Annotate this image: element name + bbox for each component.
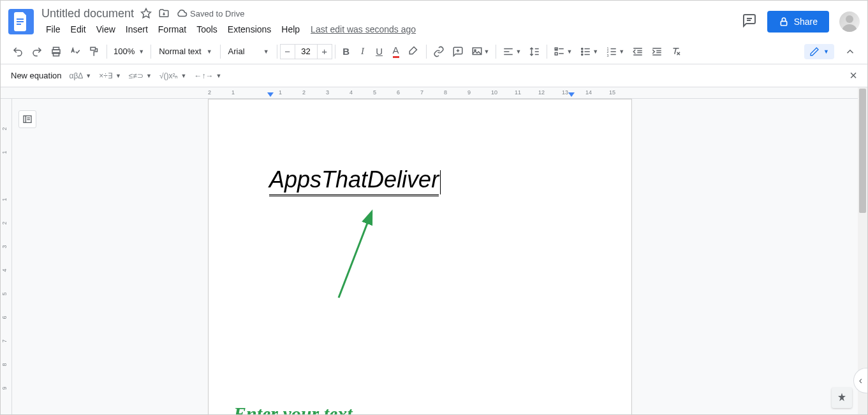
bullet-list-icon[interactable]: ▼	[576, 43, 602, 61]
equation-text[interactable]: AppsThatDeliver	[269, 166, 441, 194]
menu-edit[interactable]: Edit	[66, 22, 91, 37]
equation-toolbar: New equation αβΔ ▼ ×÷∃ ▼ ≤≠⊃ ▼ √()x²ₙ ▼ …	[1, 64, 867, 87]
font-size-input[interactable]: 32	[295, 44, 317, 59]
close-icon[interactable]: ×	[850, 68, 857, 83]
operators[interactable]: ×÷∃ ▼	[99, 71, 121, 80]
svg-line-52	[339, 215, 371, 298]
comments-icon[interactable]	[742, 13, 757, 31]
annotation-text: Enter your text	[233, 403, 353, 415]
cloud-status[interactable]: Saved to Drive	[176, 8, 244, 19]
svg-text:3: 3	[607, 53, 609, 57]
star-icon[interactable]	[140, 8, 152, 19]
scroll-thumb[interactable]	[859, 89, 866, 213]
share-button[interactable]: Share	[767, 11, 829, 33]
print-icon[interactable]	[47, 43, 66, 61]
numbered-list-icon[interactable]: 123▼	[602, 43, 628, 61]
vertical-ruler[interactable]: 21123456789	[1, 99, 12, 415]
menu-insert[interactable]: Insert	[121, 22, 152, 37]
link-icon[interactable]	[429, 43, 448, 61]
new-equation-button[interactable]: New equation	[11, 71, 62, 80]
font-select[interactable]: Arial▼	[223, 44, 274, 59]
greek-letters[interactable]: αβΔ ▼	[70, 71, 92, 80]
paragraph-style-select[interactable]: Normal text▼	[154, 44, 217, 59]
line-spacing-icon[interactable]	[525, 43, 544, 61]
indent-decrease-icon[interactable]	[628, 43, 647, 61]
svg-point-28	[582, 54, 583, 55]
spellcheck-icon[interactable]	[66, 43, 85, 61]
svg-rect-2	[17, 24, 21, 25]
toolbar: 100%▼ Normal text▼ Arial▼ − 32 + B I U A…	[1, 39, 867, 64]
text-cursor	[440, 170, 441, 194]
horizontal-ruler[interactable]: 21123456789101112131415	[1, 87, 867, 99]
font-size-decrease[interactable]: −	[280, 44, 295, 59]
text-color-icon[interactable]: A	[388, 43, 404, 61]
align-icon[interactable]: ▼	[499, 43, 525, 61]
paint-format-icon[interactable]	[85, 43, 104, 61]
menu-help[interactable]: Help	[277, 22, 304, 37]
annotation-arrow	[332, 208, 383, 304]
menu-bar: File Edit View Insert Format Tools Exten…	[41, 22, 742, 37]
menu-format[interactable]: Format	[154, 22, 191, 37]
arrows[interactable]: ←↑→ ▼	[194, 71, 221, 80]
menu-file[interactable]: File	[41, 22, 65, 37]
svg-rect-0	[17, 18, 24, 20]
document-title[interactable]: Untitled document	[41, 7, 134, 20]
clear-format-icon[interactable]	[666, 43, 686, 61]
svg-point-7	[846, 15, 853, 23]
math-ops[interactable]: √()x²ₙ ▼	[159, 71, 187, 80]
page[interactable]: AppsThatDeliver	[208, 99, 632, 415]
svg-rect-24	[555, 52, 558, 55]
font-size-increase[interactable]: +	[317, 44, 332, 59]
svg-point-26	[582, 48, 583, 49]
explore-icon[interactable]	[832, 388, 852, 408]
last-edit-link[interactable]: Last edit was seconds ago	[311, 24, 416, 34]
side-panel-toggle[interactable]: ‹	[853, 368, 867, 393]
relations[interactable]: ≤≠⊃ ▼	[129, 71, 152, 80]
zoom-select[interactable]: 100%▼	[110, 44, 148, 59]
menu-view[interactable]: View	[92, 22, 120, 37]
menu-tools[interactable]: Tools	[192, 22, 222, 37]
italic-icon[interactable]: I	[355, 43, 371, 61]
outline-toggle-icon[interactable]	[18, 110, 36, 128]
checklist-icon[interactable]: ▼	[550, 43, 576, 61]
svg-rect-11	[91, 47, 96, 50]
svg-rect-6	[781, 21, 786, 25]
comment-add-icon[interactable]	[448, 43, 467, 61]
highlight-icon[interactable]	[404, 43, 423, 61]
scrollbar[interactable]	[858, 87, 867, 415]
account-avatar[interactable]	[839, 11, 860, 32]
underline-icon[interactable]: U	[371, 43, 388, 61]
editing-mode[interactable]: ▼	[804, 44, 834, 59]
svg-marker-3	[142, 9, 151, 18]
svg-point-27	[582, 50, 583, 52]
document-canvas: 21123456789101112131415 21123456789 Apps…	[1, 87, 867, 415]
image-insert-icon[interactable]: ▼	[467, 43, 494, 61]
docs-logo[interactable]	[8, 9, 34, 34]
indent-increase-icon[interactable]	[647, 43, 666, 61]
redo-icon[interactable]	[27, 43, 47, 61]
undo-icon[interactable]	[8, 43, 27, 61]
bold-icon[interactable]: B	[338, 43, 355, 61]
svg-rect-1	[17, 21, 24, 22]
collapse-toolbar-icon[interactable]	[841, 43, 860, 61]
menu-extensions[interactable]: Extensions	[223, 22, 276, 37]
move-icon[interactable]	[158, 8, 170, 19]
